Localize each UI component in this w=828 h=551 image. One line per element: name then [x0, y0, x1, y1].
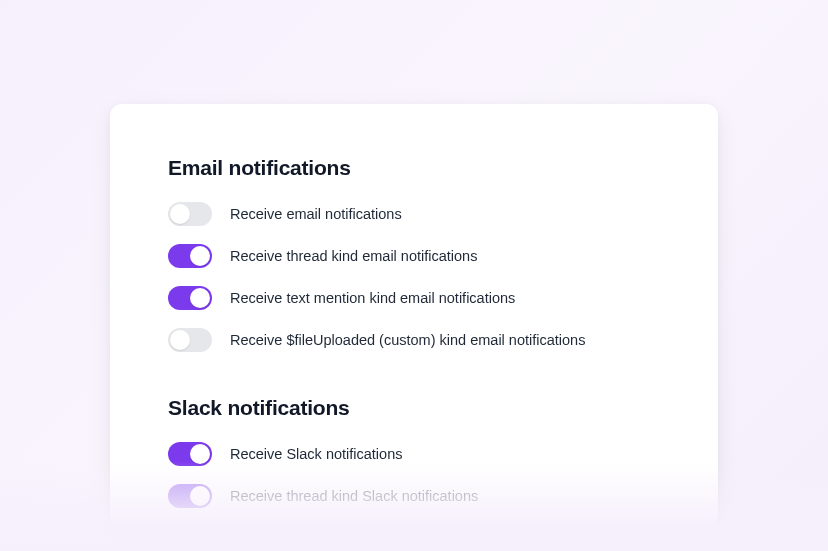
setting-label: Receive email notifications	[230, 206, 402, 222]
toggle-knob	[190, 486, 210, 506]
toggle-email-receive[interactable]	[168, 202, 212, 226]
setting-row-email-custom: Receive $fileUploaded (custom) kind emai…	[168, 328, 660, 352]
toggle-knob	[190, 246, 210, 266]
setting-row-email-mention: Receive text mention kind email notifica…	[168, 286, 660, 310]
toggle-slack-thread[interactable]	[168, 484, 212, 508]
setting-row-email-thread: Receive thread kind email notifications	[168, 244, 660, 268]
setting-row-email-receive: Receive email notifications	[168, 202, 660, 226]
toggle-slack-receive[interactable]	[168, 442, 212, 466]
settings-card: Email notifications Receive email notifi…	[110, 104, 718, 526]
toggle-knob	[170, 204, 190, 224]
toggle-email-custom[interactable]	[168, 328, 212, 352]
setting-label: Receive Slack notifications	[230, 446, 402, 462]
setting-label: Receive thread kind Slack notifications	[230, 488, 478, 504]
toggle-knob	[190, 444, 210, 464]
setting-label: Receive thread kind email notifications	[230, 248, 477, 264]
toggle-knob	[170, 330, 190, 350]
toggle-email-thread[interactable]	[168, 244, 212, 268]
email-section-title: Email notifications	[168, 156, 660, 180]
setting-label: Receive $fileUploaded (custom) kind emai…	[230, 332, 585, 348]
setting-row-slack-receive: Receive Slack notifications	[168, 442, 660, 466]
setting-row-slack-thread: Receive thread kind Slack notifications	[168, 484, 660, 508]
toggle-email-mention[interactable]	[168, 286, 212, 310]
toggle-knob	[190, 288, 210, 308]
slack-section-title: Slack notifications	[168, 396, 660, 420]
setting-label: Receive text mention kind email notifica…	[230, 290, 515, 306]
